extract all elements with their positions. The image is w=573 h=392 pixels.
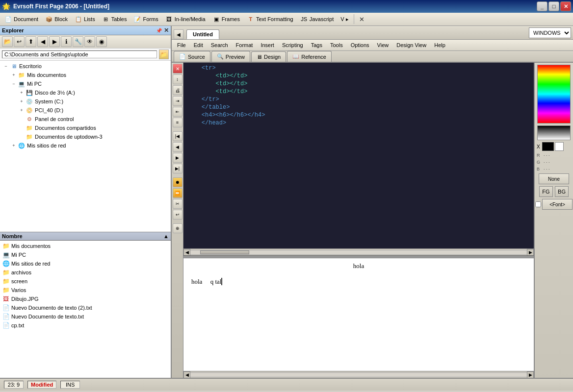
- file-item-mipc[interactable]: 💻 Mi PC: [1, 250, 170, 259]
- file-tab-untitled[interactable]: Untitled: [186, 29, 219, 39]
- vt-indent-btn[interactable]: ⇥: [173, 96, 182, 106]
- tb-view[interactable]: 👁: [84, 36, 95, 47]
- tb-folder-open[interactable]: 📂: [2, 36, 13, 47]
- menu-block[interactable]: 📦 Block: [42, 14, 71, 24]
- expand-icon[interactable]: +: [18, 108, 26, 113]
- vt-undo-btn[interactable]: ↩: [173, 210, 182, 220]
- tb-forward[interactable]: ▶: [49, 36, 60, 47]
- preview-hscrollbar[interactable]: ◀ ▶: [183, 371, 534, 378]
- vt-align-btn[interactable]: ≡: [173, 118, 182, 127]
- expand-icon[interactable]: +: [10, 143, 18, 148]
- bg-button[interactable]: BG: [555, 186, 569, 197]
- file-item-nuevodoc2[interactable]: 📄 Nuevo Documento de texto (2).txt: [1, 303, 170, 312]
- menu-search[interactable]: Search: [208, 41, 232, 49]
- path-browse-button[interactable]: 📁: [159, 49, 169, 59]
- menu-tools[interactable]: Tools: [327, 41, 346, 49]
- minimize-button[interactable]: _: [537, 1, 547, 11]
- close-button[interactable]: ✕: [560, 1, 571, 11]
- file-item-screen[interactable]: 📁 screen: [1, 277, 170, 286]
- menu-inline-media[interactable]: 🖼 In-line/Media: [162, 14, 209, 24]
- file-item-cp-txt[interactable]: 📄 cp.txt: [1, 321, 170, 330]
- menu-tables[interactable]: ⊞ Tables: [99, 14, 130, 24]
- expand-icon[interactable]: +: [18, 99, 26, 104]
- expand-icon[interactable]: +: [10, 73, 18, 77]
- tab-reference[interactable]: 📖 Reference: [287, 51, 332, 62]
- vt-last-btn[interactable]: ▶|: [173, 164, 182, 173]
- maximize-button[interactable]: □: [548, 1, 559, 11]
- render-select[interactable]: WINDOWS MAC LINUX: [529, 27, 571, 38]
- menu-text-formatting[interactable]: T Text Formatting: [243, 14, 297, 24]
- tab-source[interactable]: 📄 Source: [174, 51, 210, 62]
- menu-file[interactable]: File: [174, 41, 189, 49]
- source-hscrollbar[interactable]: ◀ ▶: [183, 248, 534, 255]
- path-input[interactable]: [2, 50, 157, 58]
- hscroll-track[interactable]: [190, 250, 527, 255]
- tree-item-disco-a[interactable]: + 💾 Disco de 3½ (A:): [1, 88, 170, 97]
- tb-eye[interactable]: ◉: [96, 36, 107, 47]
- file-item-nuevodoc[interactable]: 📄 Nuevo Documento de texto.txt: [1, 312, 170, 321]
- menu-tags[interactable]: Tags: [308, 41, 326, 49]
- vt-next-btn[interactable]: ▶: [173, 153, 182, 163]
- file-item-dibujo-jpg[interactable]: 🖼 Dibujo.JPG: [1, 294, 170, 303]
- vt-print-btn[interactable]: 🖨: [173, 85, 182, 95]
- close-all-btn[interactable]: ✕: [356, 14, 368, 24]
- fg-button[interactable]: FG: [539, 186, 553, 197]
- tree-item-misdocs[interactable]: + 📁 Mis documentos: [1, 71, 170, 79]
- menu-frames[interactable]: ▣ Frames: [209, 14, 243, 24]
- menu-edit[interactable]: Edit: [190, 41, 207, 49]
- color-picker-gradient[interactable]: [537, 65, 571, 123]
- source-editor[interactable]: <tr> <td></td> <td></td> <td></td> <: [183, 63, 534, 248]
- tree-item-escritorio[interactable]: − 🖥 Escritorio: [1, 62, 170, 71]
- explorer-close-button[interactable]: ✕: [164, 27, 169, 34]
- color-bw-strip[interactable]: [537, 125, 571, 140]
- color-swatch-black[interactable]: [542, 142, 554, 151]
- vt-prev-btn[interactable]: ◀: [173, 142, 182, 152]
- vt-play-btn[interactable]: ⏩: [173, 188, 182, 198]
- menu-scripting[interactable]: Scripting: [279, 41, 307, 49]
- vt-record-btn[interactable]: ⏺: [173, 177, 182, 187]
- tab-design[interactable]: 🖥 Design: [251, 51, 286, 62]
- files-list[interactable]: 📁 Mis documentos 💻 Mi PC 🌐 Mis sitios de…: [0, 241, 171, 378]
- vt-outdent-btn[interactable]: ⇤: [173, 107, 182, 117]
- scroll-left-btn2[interactable]: ◀: [183, 371, 190, 378]
- tb-tools[interactable]: 🔧: [73, 36, 83, 47]
- expand-icon[interactable]: −: [2, 64, 10, 69]
- font-checkbox[interactable]: [535, 201, 541, 207]
- sort-icon[interactable]: ▲: [163, 233, 169, 239]
- scroll-left-btn[interactable]: ◀: [183, 249, 190, 256]
- file-item-misdocs[interactable]: 📁 Mis documentos: [1, 242, 170, 250]
- hscroll-thumb[interactable]: [200, 250, 249, 254]
- color-swatch-white[interactable]: [555, 142, 564, 151]
- tree-item-mipc[interactable]: − 💻 Mi PC: [1, 79, 170, 88]
- none-button[interactable]: None: [539, 173, 569, 184]
- menu-forms[interactable]: 📝 Forms: [130, 14, 161, 24]
- vt-close-btn[interactable]: ✕: [173, 64, 182, 74]
- tab-prev-button[interactable]: ◀: [174, 29, 183, 39]
- menu-v[interactable]: V ▸: [337, 15, 352, 24]
- tree-item-panel[interactable]: ⚙ Panel de control: [1, 115, 170, 123]
- menu-design-view[interactable]: Design View: [393, 41, 430, 49]
- expand-icon[interactable]: −: [10, 81, 18, 86]
- tb-info[interactable]: ℹ: [61, 36, 72, 47]
- menu-format[interactable]: Format: [233, 41, 257, 49]
- menu-lists[interactable]: 📋 Lists: [71, 14, 99, 24]
- scroll-right-btn[interactable]: ▶: [527, 249, 534, 256]
- tree-item-docs-updown3[interactable]: 📁 Documentos de uptodown-3: [1, 132, 170, 141]
- menu-view[interactable]: View: [374, 41, 392, 49]
- tree-view[interactable]: − 🖥 Escritorio + 📁 Mis documentos − 💻 Mi…: [0, 61, 171, 232]
- tree-item-mis-sitios[interactable]: + 🌐 Mis sitios de red: [1, 141, 170, 150]
- tb-refresh[interactable]: ↩: [14, 36, 25, 47]
- tb-up[interactable]: ⬆: [26, 36, 36, 47]
- font-button[interactable]: <Font>: [542, 199, 573, 210]
- tree-item-system-c[interactable]: + 💿 System (C:): [1, 97, 170, 106]
- tree-item-docs-compartidos[interactable]: 📁 Documentos compartidos: [1, 123, 170, 132]
- vt-first-btn[interactable]: |◀: [173, 131, 182, 141]
- file-item-varios[interactable]: 📁 Varios: [1, 286, 170, 294]
- tab-preview[interactable]: 🔍 Preview: [211, 51, 250, 62]
- menu-document[interactable]: 📄 Document: [1, 14, 42, 24]
- file-item-archivos[interactable]: 📁 archivos: [1, 268, 170, 277]
- expand-icon[interactable]: +: [18, 90, 26, 95]
- menu-javascript[interactable]: JS Javascript: [297, 14, 338, 24]
- menu-options[interactable]: Options: [347, 41, 373, 49]
- menu-help[interactable]: Help: [431, 41, 449, 49]
